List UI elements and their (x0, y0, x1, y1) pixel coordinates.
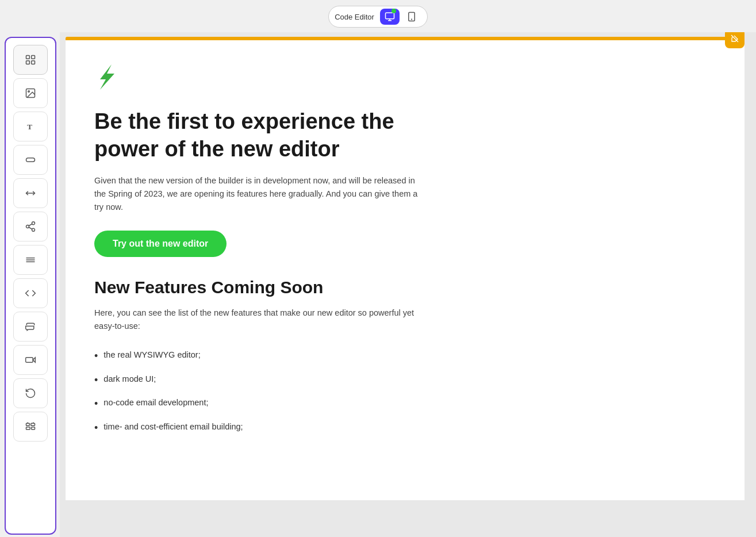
sidebar-item-grid[interactable] (13, 45, 48, 75)
features-list: the real WYSIWYG editor; dark mode UI; n… (94, 344, 716, 440)
svg-rect-0 (385, 13, 394, 19)
sidebar-item-text[interactable]: T (13, 112, 48, 141)
code-editor-label: Code Editor (335, 13, 374, 21)
svg-rect-5 (26, 56, 30, 59)
view-toggle: Code Editor (328, 6, 428, 28)
top-bar: Code Editor (0, 0, 756, 32)
sidebar: T (5, 37, 56, 535)
sidebar-item-menu[interactable] (13, 245, 48, 275)
brand-logo (94, 63, 716, 94)
svg-rect-27 (32, 427, 35, 429)
orange-badge (725, 32, 745, 48)
section-body: Here, you can see the list of the new fe… (94, 306, 428, 333)
hero-title: Be the first to experience the power of … (94, 108, 439, 163)
list-item: time- and cost-efficient email building; (94, 416, 716, 440)
sidebar-item-gallery[interactable] (13, 412, 48, 442)
mobile-view-button[interactable] (402, 9, 421, 25)
try-new-editor-button[interactable]: Try out the new editor (94, 231, 227, 257)
svg-rect-8 (32, 61, 35, 64)
svg-rect-25 (31, 423, 35, 425)
svg-rect-6 (32, 56, 35, 59)
svg-rect-7 (26, 61, 30, 64)
sidebar-item-chat[interactable] (13, 312, 48, 342)
svg-text:T: T (27, 122, 32, 131)
email-card: Be the first to experience the power of … (66, 40, 745, 500)
sidebar-item-video[interactable] (13, 345, 48, 375)
svg-point-15 (26, 225, 29, 228)
sidebar-item-button[interactable] (13, 145, 48, 175)
sidebar-item-share[interactable] (13, 212, 48, 241)
content-frame: Be the first to experience the power of … (66, 37, 745, 500)
list-item: no-code email development; (94, 392, 716, 416)
desktop-view-button[interactable] (380, 9, 400, 25)
sidebar-item-divider[interactable] (13, 178, 48, 208)
svg-line-18 (29, 224, 32, 225)
svg-line-17 (29, 227, 32, 229)
svg-rect-12 (26, 158, 35, 162)
sidebar-item-timer[interactable] (13, 378, 48, 408)
svg-point-10 (28, 91, 30, 93)
sidebar-item-code[interactable] (13, 278, 48, 308)
list-item: the real WYSIWYG editor; (94, 344, 716, 369)
list-item: dark mode UI; (94, 369, 716, 393)
hero-body: Given that the new version of the builde… (94, 174, 428, 214)
main-layout: T (0, 32, 756, 537)
svg-point-14 (32, 222, 35, 225)
svg-rect-24 (26, 423, 30, 425)
svg-point-16 (32, 228, 35, 231)
sidebar-item-image[interactable] (13, 78, 48, 108)
svg-rect-22 (26, 358, 33, 362)
green-dot (392, 9, 396, 13)
canvas-area: Be the first to experience the power of … (60, 32, 756, 537)
svg-rect-26 (26, 427, 30, 429)
orange-indicator-bar (66, 37, 745, 40)
section-title: New Features Coming Soon (94, 278, 716, 297)
